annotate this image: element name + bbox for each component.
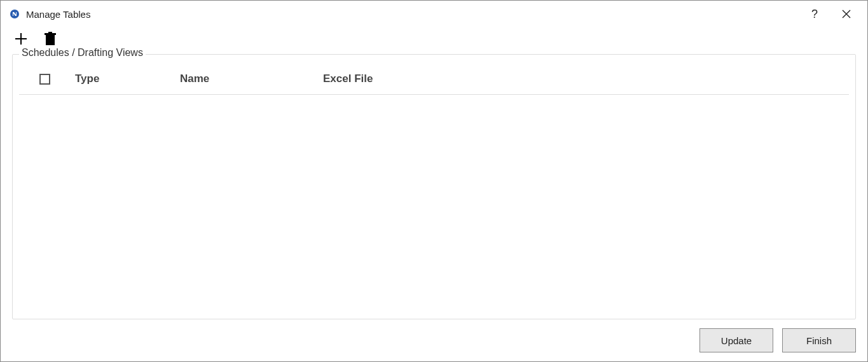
svg-rect-6: [45, 33, 56, 35]
help-button[interactable]: ?: [799, 2, 830, 26]
plus-icon: [13, 31, 29, 46]
delete-button[interactable]: [41, 30, 59, 48]
tables-grid: Type Name Excel File: [19, 66, 849, 95]
schedules-groupbox: Schedules / Drafting Views Type Name Exc…: [12, 54, 856, 319]
finish-button[interactable]: Finish: [782, 328, 856, 352]
select-all-checkbox[interactable]: [39, 74, 50, 85]
groupbox-label: Schedules / Drafting Views: [19, 47, 146, 59]
header-checkbox-cell: [19, 66, 70, 95]
manage-tables-dialog: Manage Tables ?: [0, 0, 868, 362]
table-container: Type Name Excel File: [13, 55, 855, 101]
svg-rect-5: [46, 35, 55, 45]
dialog-footer: Update Finish: [1, 328, 867, 361]
trash-icon: [43, 31, 57, 46]
add-button[interactable]: [12, 30, 30, 48]
header-type[interactable]: Type: [70, 66, 175, 95]
close-button[interactable]: [830, 2, 862, 26]
table-header-row: Type Name Excel File: [19, 66, 849, 95]
app-icon: [10, 9, 20, 19]
help-icon: ?: [811, 8, 818, 21]
update-button[interactable]: Update: [699, 328, 773, 352]
titlebar: Manage Tables ?: [1, 1, 867, 26]
window-title: Manage Tables: [26, 9, 90, 20]
close-icon: [841, 9, 851, 19]
svg-rect-7: [48, 32, 52, 33]
header-excel-file[interactable]: Excel File: [318, 66, 849, 95]
header-name[interactable]: Name: [175, 66, 318, 95]
